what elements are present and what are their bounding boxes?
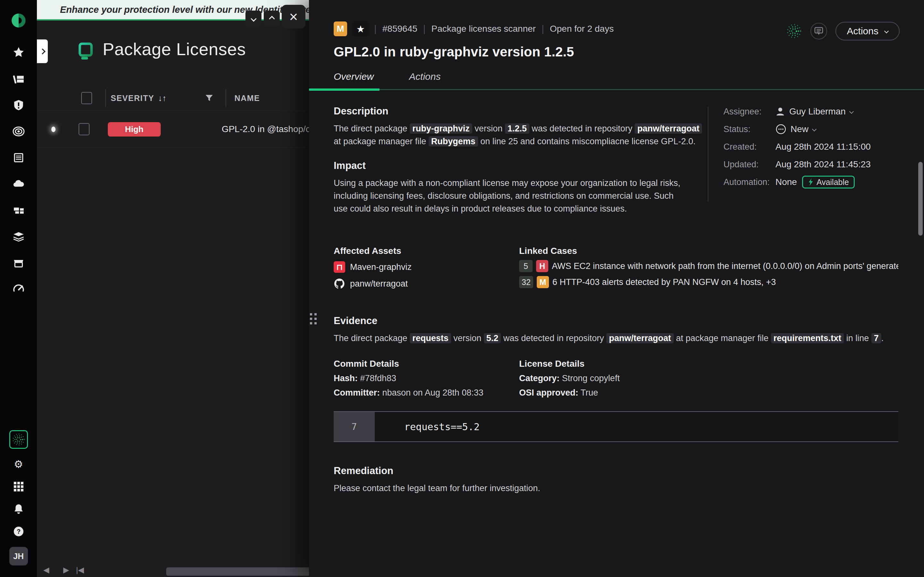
license-details-heading: License Details <box>519 359 898 369</box>
code-snippet: 7 requests==5.2 <box>334 411 898 442</box>
settings-gear-icon[interactable]: ⚙ <box>10 457 27 471</box>
package-licenses-page-icon <box>76 42 95 60</box>
detail-header-actions: Actions <box>786 22 900 40</box>
actions-button[interactable]: Actions <box>835 22 900 40</box>
license-details-section: License Details Category: Strong copylef… <box>519 359 898 398</box>
updated-label: Updated: <box>724 160 775 169</box>
severity-medium-badge: M <box>537 276 549 288</box>
row-checkbox[interactable] <box>79 123 89 135</box>
select-all-checkbox[interactable] <box>81 92 92 104</box>
license-osi: OSI approved: True <box>519 388 898 398</box>
comments-icon[interactable] <box>811 23 827 39</box>
evidence-heading: Evidence <box>334 315 898 327</box>
linked-case-item[interactable]: 32 M 6 HTTP-403 alerts detected by PAN N… <box>519 276 898 288</box>
horizontal-scrollbar[interactable] <box>166 567 309 576</box>
automation-available-badge[interactable]: Available <box>802 176 855 189</box>
threats-shield-icon[interactable] <box>10 98 27 112</box>
panel-expand-button[interactable] <box>37 39 48 63</box>
case-detail-panel: M ★ | #859645 | Package licenses scanner… <box>309 0 924 577</box>
vertical-scrollbar[interactable] <box>918 162 923 235</box>
status-label: Status: <box>724 124 775 134</box>
copilot-icon[interactable] <box>786 23 802 39</box>
asset-item-github[interactable]: panw/terragoat <box>334 278 519 290</box>
bullseye-target-icon[interactable] <box>10 124 27 139</box>
notifications-bell-icon[interactable] <box>10 502 27 516</box>
filter-funnel-icon[interactable] <box>205 94 213 102</box>
chevron-down-icon <box>812 127 817 131</box>
banner-close-button[interactable]: × <box>282 5 305 29</box>
asset-item-maven[interactable]: ⊓ Maven-graphviz <box>334 261 519 273</box>
code-line-content: requests==5.2 <box>375 412 480 442</box>
row-name: GPL-2.0 in @tashop/c <box>222 124 309 134</box>
tab-overview[interactable]: Overview <box>334 71 374 89</box>
case-id: #859645 <box>383 24 417 34</box>
affected-assets-section: Affected Assets ⊓ Maven-graphviz panw/te… <box>334 246 519 290</box>
lightning-bolt-icon <box>808 178 814 186</box>
column-divider <box>226 89 226 107</box>
automation-value: None <box>775 177 797 187</box>
assignee-value[interactable]: Guy Liberman <box>775 106 853 117</box>
marketplace-storefront-icon[interactable] <box>10 256 27 270</box>
assets-blocks-icon[interactable] <box>10 203 27 218</box>
affected-assets-heading: Affected Assets <box>334 246 519 256</box>
alert-count-badge: 32 <box>519 276 533 288</box>
commit-details-heading: Commit Details <box>334 359 519 369</box>
linked-case-item[interactable]: 5 H AWS EC2 instance with network path f… <box>519 260 898 272</box>
evidence-text: The direct package requests version 5.2 … <box>334 332 898 345</box>
sort-icon[interactable]: ↓↑ <box>158 93 166 103</box>
case-severity-badge: M <box>334 21 347 36</box>
user-avatar[interactable]: JH <box>9 547 28 566</box>
tab-actions[interactable]: Actions <box>409 71 441 89</box>
overview-content: Description The direct package ruby-grap… <box>334 105 898 495</box>
detail-tabs: Overview Actions <box>309 71 924 90</box>
license-category: Category: Strong copyleft <box>519 374 898 384</box>
linked-cases-section: Linked Cases 5 H AWS EC2 instance with n… <box>519 246 898 290</box>
created-label: Created: <box>724 142 775 152</box>
alert-count-badge: 5 <box>519 260 533 272</box>
reports-flag-icon[interactable] <box>10 72 27 86</box>
help-icon[interactable]: ? <box>10 524 27 538</box>
commit-committer: Committer: nbason on Aug 28th 08:33 <box>334 388 519 398</box>
chevron-down-icon <box>849 109 854 114</box>
copilot-active-icon[interactable] <box>9 430 28 449</box>
case-metadata: Assignee: Guy Liberman Status: <box>724 105 903 193</box>
close-icon: × <box>289 8 298 25</box>
banner-expand-button[interactable] <box>264 11 280 27</box>
evidence-section: Evidence The direct package requests ver… <box>334 315 898 345</box>
cloud-icon[interactable] <box>10 177 27 191</box>
meta-divider <box>708 107 708 201</box>
created-value: Aug 28th 2024 11:15:00 <box>775 142 871 152</box>
app-root: ⚙ ? JH <box>0 0 924 577</box>
column-severity[interactable]: SEVERITY <box>111 93 154 103</box>
page-prev-icon[interactable]: ◀ <box>43 566 49 574</box>
column-name[interactable]: NAME <box>234 93 260 103</box>
layers-icon[interactable] <box>10 229 27 243</box>
drag-handle[interactable] <box>310 313 317 324</box>
sidebar: ⚙ ? JH <box>0 0 37 577</box>
remediation-heading: Remediation <box>334 465 898 477</box>
page-title: Package Licenses <box>103 39 246 59</box>
table-header: SEVERITY ↓↑ NAME <box>37 88 309 108</box>
banner-collapse-button[interactable] <box>246 11 262 27</box>
favorites-star-icon[interactable] <box>10 45 27 60</box>
person-icon <box>775 107 785 116</box>
description-heading: Description <box>334 105 703 117</box>
severity-high-badge: H <box>536 260 548 272</box>
table-row[interactable]: High GPL-2.0 in @tashop/c <box>37 111 309 148</box>
unread-indicator <box>51 127 55 132</box>
page-next-icon[interactable]: ▶ <box>63 566 69 574</box>
favorite-star-toggle[interactable]: ★ <box>353 21 368 37</box>
report-clipboard-icon[interactable] <box>10 151 27 165</box>
sidebar-bottom: ⚙ ? JH <box>9 430 28 566</box>
cortex-logo-icon[interactable] <box>9 11 28 30</box>
gauge-icon[interactable] <box>10 282 27 296</box>
assignee-label: Assignee: <box>724 107 775 117</box>
status-value[interactable]: New <box>775 124 816 135</box>
severity-badge: High <box>108 122 161 137</box>
page-skip-icon[interactable]: |◀ <box>76 566 84 574</box>
case-source: Package licenses scanner <box>431 24 536 34</box>
chevron-down-icon <box>884 29 889 33</box>
case-title: GPL2.0 in ruby-graphviz version 1.2.5 <box>334 44 898 60</box>
code-line-number: 7 <box>334 412 375 442</box>
apps-grid-icon[interactable] <box>10 480 27 494</box>
